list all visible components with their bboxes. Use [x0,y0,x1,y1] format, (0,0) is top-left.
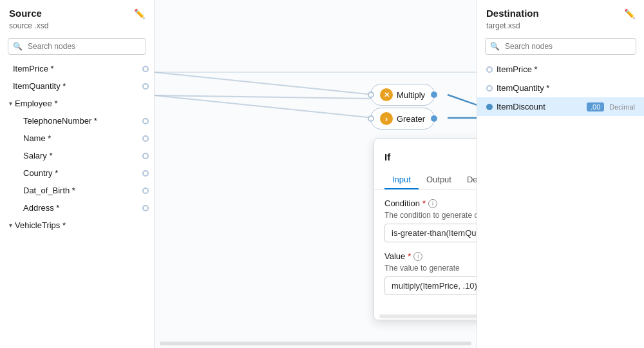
itemdiscount-type: Decimal [609,103,635,111]
tab-output[interactable]: Output [419,171,459,189]
destination-title: Destination [486,8,539,19]
dot-address [142,205,149,211]
dot-salary [142,153,149,159]
multiply-label: Multiply [397,90,425,100]
value-hint: The value to generate [384,264,477,273]
dest-dot-itemdiscount [486,104,493,110]
vehicletrips-chevron: ▾ [9,222,12,229]
source-item-datofbirth[interactable]: Dat_of_Birth * [10,182,154,199]
source-subtitle: source .xsd [0,21,154,35]
greater-left-dot [368,115,374,122]
source-item-telephone[interactable]: TelephoneNumber * [10,112,154,130]
multiply-icon: ✕ [380,88,393,101]
value-input-row: multiply(ItemPrice, .10) ▾ Any 🗑 [384,276,477,295]
multiply-right-dot [431,92,437,98]
popup-header: If 🗑 ✕ [374,139,477,166]
value-label-row: Value * i Accepted types: Any [384,251,477,261]
destination-tree: ItemPrice * ItemQuantity * ItemDiscount … [477,60,644,348]
dest-dot-itemquantity [486,85,493,92]
value-label: Value * i [384,251,422,261]
condition-value: is-greater-than(ItemQuantity, 20) [392,228,477,238]
greater-icon: › [380,112,393,125]
svg-line-0 [155,72,374,95]
dest-itemquantity-left: ItemQuantity * [486,83,549,93]
svg-line-3 [448,95,477,118]
node-multiply[interactable]: ✕ Multiply [370,84,435,106]
source-item-itemquantity[interactable]: ItemQuantity * [0,77,154,95]
source-search-icon: 🔍 [13,42,23,51]
source-title: Source [9,8,42,19]
dest-item-itemquantity[interactable]: ItemQuantity * [477,79,644,97]
employee-children: TelephoneNumber * Name * Salary * Countr… [0,112,154,217]
value-select[interactable]: multiply(ItemPrice, .10) ▾ [384,276,477,295]
destination-header: Destination ✏️ [477,0,644,21]
dest-itemdiscount-left: ItemDiscount [486,102,545,111]
condition-info-icon[interactable]: i [428,199,437,208]
condition-field: Condition * i Accepted types: Bool The c… [384,198,477,242]
source-item-itemprice[interactable]: ItemPrice * [0,60,154,77]
source-dot-itemquantity [142,83,149,90]
main-container: Source ✏️ source .xsd 🔍 ItemPrice * Item… [0,0,644,348]
dest-itemprice-left: ItemPrice * [486,64,538,74]
popup-body: Condition * i Accepted types: Bool The c… [374,189,477,313]
destination-panel: Destination ✏️ target.xsd 🔍 ItemPrice * … [477,0,644,348]
node-greater[interactable]: › Greater [370,108,435,130]
source-group-employee[interactable]: ▾ Employee * [0,95,154,112]
dot-telephone [142,118,149,124]
source-panel: Source ✏️ source .xsd 🔍 ItemPrice * Item… [0,0,155,348]
value-required: * [408,251,411,261]
greater-right-dot [431,115,437,122]
destination-search-box: 🔍 [485,38,636,55]
condition-required: * [422,198,426,208]
source-item-country[interactable]: Country * [10,164,154,182]
source-item-address[interactable]: Address * [10,199,154,217]
tab-details[interactable]: Details [459,171,477,189]
condition-select[interactable]: is-greater-than(ItemQuantity, 20) ▾ [384,224,477,242]
dest-item-itemprice[interactable]: ItemPrice * [477,60,644,79]
value-field: Value * i Accepted types: Any The value … [384,251,477,295]
dot-name [142,135,149,142]
source-edit-icon[interactable]: ✏️ [134,8,145,19]
greater-label: Greater [397,114,425,124]
tab-input[interactable]: Input [384,171,419,189]
condition-hint: The condition to generate off of [384,211,477,220]
dest-itemdiscount-right: .00 Decimal [587,102,635,111]
employee-chevron: ▾ [9,100,12,107]
source-header: Source ✏️ [0,0,154,21]
condition-label: Condition * i [384,198,437,208]
destination-subtitle: target.xsd [477,21,644,35]
dot-datofbirth [142,188,149,194]
itemdiscount-badge: .00 [587,102,604,111]
source-item-salary[interactable]: Salary * [10,147,154,164]
condition-input-row: is-greater-than(ItemQuantity, 20) ▾ Any … [384,224,477,242]
canvas-scroll-hint [160,342,471,345]
value-value: multiply(ItemPrice, .10) [392,281,477,291]
destination-search-icon: 🔍 [490,42,500,51]
dot-country [142,170,149,177]
source-tree: ItemPrice * ItemQuantity * ▾ Employee * … [0,60,154,348]
condition-label-row: Condition * i Accepted types: Bool [384,198,477,208]
dest-item-itemdiscount[interactable]: ItemDiscount .00 Decimal [477,97,644,116]
source-item-name[interactable]: Name * [10,130,154,147]
canvas-area: ✕ Multiply › Greater ⚙ If If 🗑 ✕ [155,0,477,348]
source-search-input[interactable] [8,38,146,55]
svg-line-2 [155,95,374,118]
source-group-vehicletrips[interactable]: ▾ VehicleTrips * [0,217,154,234]
destination-search-input[interactable] [485,38,636,55]
source-dot-itemprice [142,66,149,72]
popup-title: If [384,151,390,162]
dest-dot-itemprice [486,66,493,73]
value-info-icon[interactable]: i [413,252,422,261]
popup-panel: If 🗑 ✕ Input Output Details Condition [374,139,477,320]
multiply-left-dot [368,92,374,98]
source-search-box: 🔍 [8,38,146,55]
popup-tabs: Input Output Details [374,166,477,189]
svg-line-1 [155,95,374,99]
popup-scroll-hint [379,314,477,318]
destination-edit-icon[interactable]: ✏️ [624,8,635,19]
